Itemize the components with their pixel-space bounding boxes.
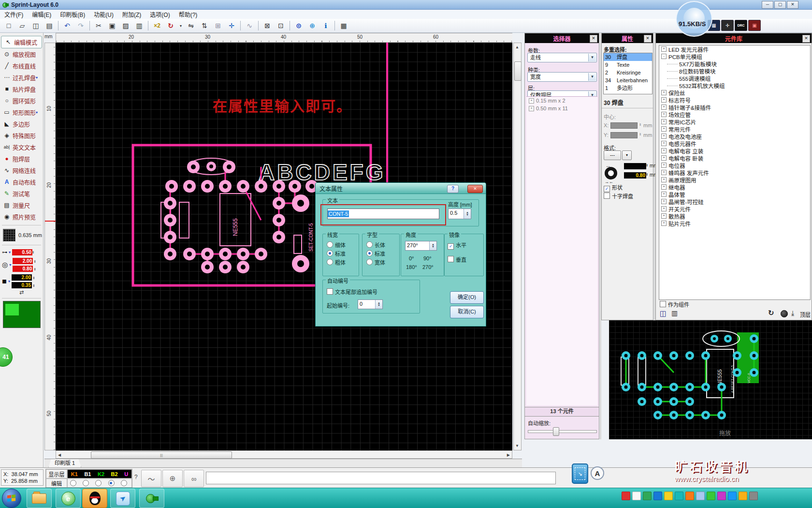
tree-item[interactable]: 5532耳机放大模组: [659, 82, 810, 89]
scroll-right-icon[interactable]: ▶: [507, 453, 510, 457]
paste-icon[interactable]: ▨: [119, 20, 132, 31]
text-input[interactable]: CONT-5: [327, 209, 439, 219]
tree-item[interactable]: +电位器: [659, 162, 810, 169]
properties-close-icon[interactable]: ✕: [644, 35, 652, 43]
tool-test-pen[interactable]: ✎测试笔: [0, 188, 43, 199]
tree-item[interactable]: +LED 发光元器件: [659, 45, 810, 53]
tool-photo-preview[interactable]: ◉照片预览: [0, 211, 43, 223]
angle-spinner[interactable]: 270°▲▼: [405, 241, 437, 251]
canvas-vertical-scrollbar[interactable]: ▲ ▼: [513, 43, 522, 450]
ok-button[interactable]: 确定(O): [450, 291, 484, 304]
pad-outer-field[interactable]: [624, 163, 646, 169]
measure-cross-icon[interactable]: ⊕: [306, 20, 319, 31]
font-wide-radio[interactable]: 宽体: [366, 258, 385, 266]
selector-panel-title[interactable]: 选择器: [525, 33, 599, 43]
lock-icon[interactable]: ⊠: [261, 20, 274, 31]
tray-app-icon[interactable]: [696, 492, 705, 500]
speed-overlay-circle[interactable]: [676, 1, 712, 37]
menu-options[interactable]: 选项(O): [145, 10, 174, 18]
text-properties-dialog[interactable]: 文本属性 ? ✕ 文本 CONT-5 高度 [mm] 0.5▲▼ 线宽 细体 标…: [315, 182, 486, 327]
library-panel-title[interactable]: 元件库: [656, 33, 812, 43]
tool-edit-mode[interactable]: ↖编辑模式: [1, 36, 42, 48]
dialog-close-button[interactable]: ✕: [467, 185, 483, 193]
tree-item[interactable]: 8位数码管模块: [659, 67, 810, 75]
canvas-horizontal-scrollbar[interactable]: ◀ ||| ▶: [56, 450, 512, 459]
angle-270-option[interactable]: 270°: [422, 264, 434, 270]
tree-item[interactable]: +场效应管: [659, 111, 810, 118]
dialog-help-button[interactable]: ?: [447, 185, 459, 193]
format-dropdown-icon[interactable]: ▾: [622, 150, 632, 160]
layer-radio[interactable]: [121, 480, 127, 486]
open-icon[interactable]: ▱: [16, 20, 29, 31]
redo-icon[interactable]: ↷: [74, 20, 87, 31]
tray-icon-4[interactable]: ▣: [748, 20, 761, 31]
zoom-icon[interactable]: ⊙: [292, 20, 305, 31]
probe-button[interactable]: ～: [141, 470, 161, 487]
autozoom-slider-track[interactable]: [528, 430, 597, 433]
param-select[interactable]: 走线▼: [527, 53, 597, 62]
mirror-horizontal-checkbox[interactable]: ✓水平: [448, 241, 466, 250]
chevron-down-icon[interactable]: ▾: [36, 110, 38, 115]
align-icon[interactable]: ⊞: [212, 20, 224, 31]
tree-item[interactable]: +画原理图用: [659, 176, 810, 183]
cross-pad-checkbox[interactable]: 十字焊盘: [604, 192, 633, 200]
tree-item[interactable]: +常用IC芯片: [659, 118, 810, 125]
save-icon[interactable]: ◫: [29, 20, 42, 31]
tree-item[interactable]: +晶闸管-可控硅: [659, 198, 810, 205]
tray-app-icon[interactable]: [643, 492, 652, 500]
tree-item[interactable]: +散热器: [659, 212, 810, 220]
list-item[interactable]: 9Texte: [604, 61, 652, 69]
tool-special-shape[interactable]: ◈特殊图形: [0, 130, 43, 141]
tray-app-icon[interactable]: [749, 492, 758, 500]
list-item[interactable]: 30焊盘: [604, 53, 652, 61]
list-item[interactable]: 2Kreisringe: [604, 69, 652, 76]
smd-size-row[interactable]: ◼▾ 2.00 ‖ 0.35 ‖: [0, 273, 43, 289]
lw-bold-radio[interactable]: 粗体: [327, 258, 346, 266]
connect-icon[interactable]: ∿: [243, 20, 256, 31]
layer-u[interactable]: U: [124, 471, 128, 477]
annotate-widget[interactable]: A: [591, 466, 604, 480]
tray-app-icon[interactable]: [728, 492, 737, 500]
pad-size-row[interactable]: ◎▾ 2.00 ‖ 0.80 ‖: [0, 256, 43, 273]
tool-zoom-view[interactable]: ⊙缩放视图: [0, 48, 43, 60]
kind-select[interactable]: 宽度▼: [527, 72, 597, 82]
snap-icon[interactable]: ✛: [225, 20, 238, 31]
angle-180-option[interactable]: 180°: [406, 264, 417, 270]
lw-thin-radio[interactable]: 细体: [327, 241, 346, 249]
tree-item[interactable]: +电池及电池座: [659, 133, 810, 140]
tray-app-icon[interactable]: [632, 492, 641, 500]
save-macro-icon[interactable]: ◫: [660, 309, 667, 318]
layer-radio[interactable]: [70, 480, 76, 486]
info-icon[interactable]: ℹ: [319, 20, 332, 31]
tool-pad[interactable]: ⋯过孔焊盘▾: [0, 72, 43, 83]
tool-circle[interactable]: ○圆环弧形: [0, 95, 43, 106]
dialog-title-bar[interactable]: 文本属性: [316, 183, 486, 194]
grid-icon[interactable]: ▦: [337, 20, 350, 31]
tree-item[interactable]: +蜂鸣器 发声元件: [659, 169, 810, 176]
mirror-vertical-checkbox[interactable]: 垂直: [448, 255, 466, 263]
layer-radio[interactable]: [95, 480, 102, 486]
tree-item[interactable]: +保险丝: [659, 89, 810, 96]
taskbar-qq-button[interactable]: [82, 489, 107, 508]
board-thumbnail[interactable]: [3, 301, 41, 328]
mirror-horizontal-icon[interactable]: ⇋: [185, 20, 197, 31]
library-close-icon[interactable]: ✕: [802, 35, 810, 43]
crosshair-button[interactable]: ⊕: [162, 470, 183, 487]
tray-app-icon[interactable]: [707, 492, 715, 500]
selector-item[interactable]: +0.15 mm x 2: [526, 97, 597, 105]
tray-app-icon[interactable]: [717, 492, 726, 500]
tool-net[interactable]: ∿网络连线: [0, 164, 43, 176]
angle-90-option[interactable]: 90°: [423, 255, 432, 261]
grid-setting[interactable]: 0.635 mm: [0, 228, 43, 242]
lw-standard-radio[interactable]: 标准: [327, 250, 346, 257]
rotate-menu-icon[interactable]: ▾: [178, 20, 184, 31]
smd-height-value[interactable]: 0.35: [12, 282, 32, 288]
tree-item[interactable]: +继电器: [659, 183, 810, 191]
tree-item[interactable]: +晶体管: [659, 191, 810, 198]
cut-icon[interactable]: ✂: [92, 20, 105, 31]
tree-item[interactable]: +开关元件: [659, 205, 810, 212]
scroll-up-icon[interactable]: ▲: [515, 45, 519, 49]
selector-close-icon[interactable]: ✕: [590, 35, 597, 43]
list-item[interactable]: 1多边形: [604, 84, 652, 92]
tool-polygon[interactable]: ◣多边形: [0, 118, 43, 130]
